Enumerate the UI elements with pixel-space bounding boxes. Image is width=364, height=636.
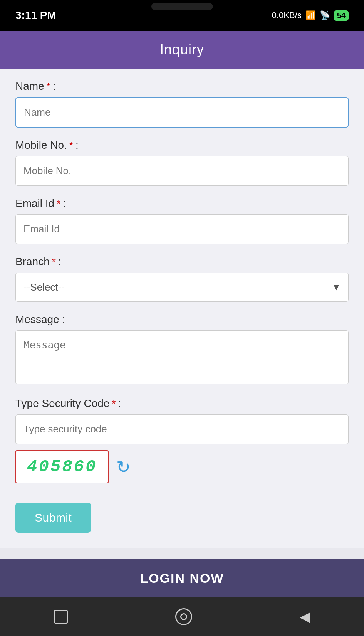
page-title: Inquiry (160, 42, 204, 57)
phone-wrapper: 3:11 PM 0.0KB/s 📶 📡 54 Inquiry Name * : (0, 0, 364, 636)
name-label: Name * : (15, 80, 349, 93)
back-button[interactable]: ◀ (292, 605, 318, 629)
mobile-input[interactable] (15, 156, 349, 186)
branch-label: Branch * : (15, 256, 349, 268)
email-group: Email Id * : (15, 197, 349, 244)
refresh-icon[interactable]: ↻ (116, 457, 131, 477)
form-container: Name * : Mobile No. * : Email Id (0, 69, 364, 548)
captcha-value: 405860 (27, 457, 97, 476)
square-icon (54, 610, 68, 624)
login-now-label: LOGIN NOW (140, 571, 224, 586)
message-label: Message : (15, 313, 349, 326)
security-code-input[interactable] (15, 414, 349, 444)
main-content: Inquiry Name * : Mobile No. * : (0, 31, 364, 597)
data-speed: 0.0KB/s (272, 10, 302, 20)
branch-required: * (52, 256, 56, 268)
bottom-nav: ◀ (0, 597, 364, 636)
mobile-group: Mobile No. * : (15, 139, 349, 186)
inner-circle-icon (180, 613, 187, 620)
mobile-label: Mobile No. * : (15, 139, 349, 151)
email-label: Email Id * : (15, 197, 349, 210)
status-icons: 0.0KB/s 📶 📡 54 (272, 10, 349, 21)
battery: 54 (334, 10, 349, 21)
email-input[interactable] (15, 214, 349, 244)
branch-group: Branch * : --Select-- ▼ (15, 256, 349, 302)
home-button[interactable] (168, 604, 200, 629)
captcha-row: 405860 ↻ (15, 450, 349, 483)
security-required: * (112, 398, 116, 410)
app-header: Inquiry (0, 31, 364, 69)
captcha-box: 405860 (15, 450, 109, 483)
name-input[interactable] (15, 97, 349, 128)
message-group: Message : (15, 313, 349, 386)
security-code-group: Type Security Code * : 405860 ↻ (15, 397, 349, 483)
stop-button[interactable] (46, 606, 75, 628)
branch-select[interactable]: --Select-- (15, 273, 349, 302)
notch (151, 3, 213, 10)
wifi-icon: 📡 (320, 10, 330, 20)
signal-icon: 📶 (305, 10, 316, 20)
name-group: Name * : (15, 80, 349, 128)
circle-icon (175, 608, 192, 625)
branch-select-wrapper: --Select-- ▼ (15, 273, 349, 302)
security-label: Type Security Code * : (15, 397, 349, 410)
name-required: * (47, 81, 50, 93)
login-bar[interactable]: LOGIN NOW (0, 559, 364, 597)
submit-button[interactable]: Submit (15, 503, 91, 533)
mobile-required: * (69, 140, 73, 151)
email-required: * (57, 198, 60, 210)
status-bar: 3:11 PM 0.0KB/s 📶 📡 54 (0, 0, 364, 31)
back-arrow-icon: ◀ (300, 609, 310, 624)
status-time: 3:11 PM (15, 9, 56, 22)
message-textarea[interactable] (15, 330, 349, 384)
